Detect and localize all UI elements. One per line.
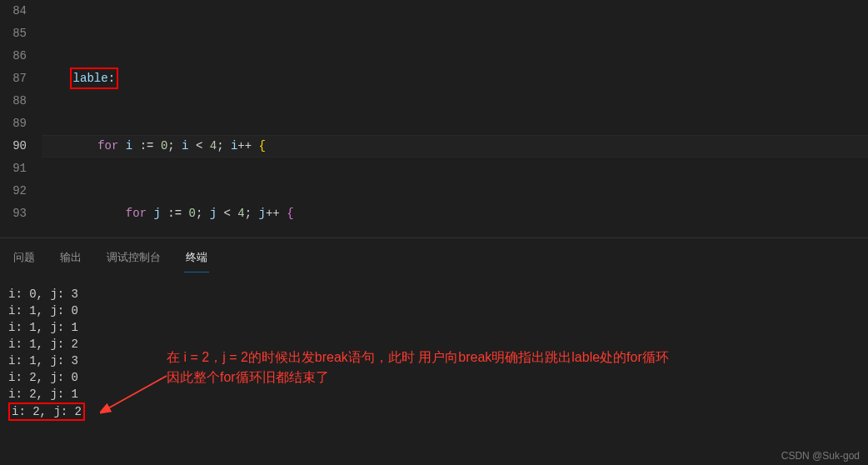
line-number: 85 bbox=[0, 22, 27, 45]
watermark: CSDN @Suk-god bbox=[781, 450, 860, 462]
line-number-gutter: 84 85 86 87 88 89 90 91 92 93 bbox=[0, 0, 42, 238]
terminal-line: i: 0, j: 3 bbox=[8, 286, 860, 302]
tab-terminal[interactable]: 终端 bbox=[184, 247, 209, 272]
line-number: 84 bbox=[0, 0, 27, 22]
line-number: 89 bbox=[0, 112, 27, 135]
line-number: 93 bbox=[0, 202, 27, 225]
line-number: 91 bbox=[0, 158, 27, 180]
tab-debug-console[interactable]: 调试控制台 bbox=[105, 247, 162, 272]
terminal-panel[interactable]: i: 0, j: 3 i: 1, j: 0 i: 1, j: 1 i: 1, j… bbox=[0, 272, 868, 426]
line-number: 90 bbox=[0, 135, 27, 158]
code-line: for j := 0; j < 4; j++ { bbox=[42, 202, 868, 225]
tab-problems[interactable]: 问题 bbox=[12, 247, 37, 272]
line-number: 88 bbox=[0, 90, 27, 112]
line-number: 92 bbox=[0, 180, 27, 202]
code-content[interactable]: lable: for i := 0; i < 4; i++ { for j :=… bbox=[42, 0, 868, 238]
terminal-line: i: 1, j: 0 bbox=[8, 302, 860, 319]
tab-output[interactable]: 输出 bbox=[58, 247, 83, 272]
code-line: lable: bbox=[42, 68, 868, 90]
line-number: 87 bbox=[0, 68, 27, 90]
terminal-line: i: 1, j: 1 bbox=[8, 319, 860, 336]
terminal-line: i: 2, j: 2 bbox=[8, 402, 860, 419]
terminal-line: i: 2, j: 1 bbox=[8, 386, 860, 402]
line-number: 86 bbox=[0, 45, 27, 68]
active-line-highlight bbox=[42, 135, 868, 158]
panel-tabs: 问题 输出 调试控制台 终端 bbox=[0, 238, 868, 272]
code-editor[interactable]: 84 85 86 87 88 89 90 91 92 93 lable: for… bbox=[0, 0, 868, 238]
annotation-text: 在 i = 2，j = 2的时候出发break语句，此时 用户向break明确指… bbox=[167, 348, 669, 388]
